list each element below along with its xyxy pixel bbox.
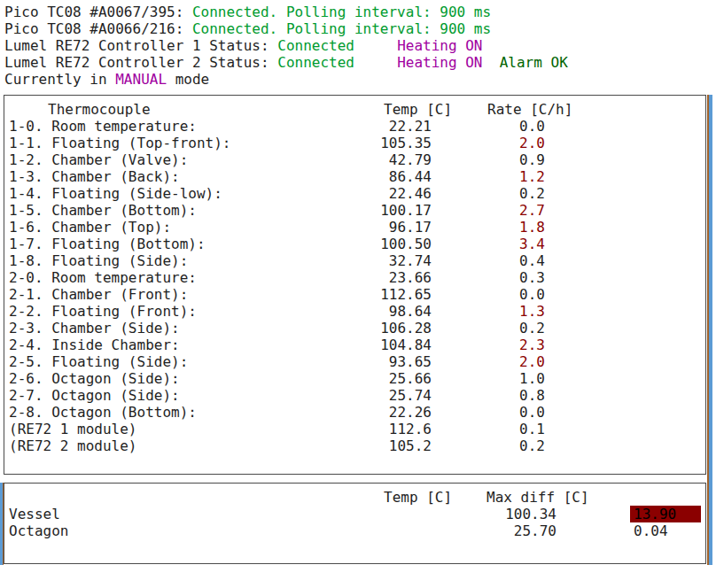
thermocouple-label: 1-7. Floating (Bottom): bbox=[9, 236, 343, 252]
temp-value: 105.35 bbox=[343, 135, 432, 151]
thermocouple-label: 1-0. Room temperature: bbox=[9, 118, 343, 135]
status-line: Pico TC08 #A0066/216: Connected. Polling… bbox=[4, 20, 568, 37]
temp-value: 25.74 bbox=[343, 387, 432, 404]
app-window: { "colors": { "text": "#1f1f1f", "green"… bbox=[0, 0, 716, 588]
summary-panel-focus-edge-orange bbox=[3, 483, 4, 565]
temp-value: 104.84 bbox=[343, 337, 432, 353]
status-segment: Alarm OK bbox=[500, 54, 568, 71]
thermocouple-rows: 1-0. Room temperature:22.210.01-1. Float… bbox=[9, 118, 701, 454]
status-segment: Pico TC08 #A0066/216: bbox=[4, 20, 192, 37]
table-row: 2-8. Octagon (Bottom):22.260.0 bbox=[9, 404, 701, 421]
rate-value: 1.0 bbox=[432, 370, 545, 387]
table-row: 2-1. Chamber (Front):112.650.0 bbox=[9, 286, 701, 303]
table-row: 1-8. Floating (Side):32.740.4 bbox=[9, 252, 701, 269]
temp-value: 96.17 bbox=[343, 219, 432, 236]
rate-value: 1.8 bbox=[432, 219, 545, 236]
thermocouple-label: 1-6. Chamber (Top): bbox=[9, 219, 343, 236]
status-segment: Connected bbox=[277, 37, 354, 54]
status-segment: Heating ON bbox=[397, 54, 482, 71]
thermocouple-label: 2-1. Chamber (Front): bbox=[9, 286, 343, 303]
table-row: 2-5. Floating (Side):93.652.0 bbox=[9, 353, 701, 370]
temp-value: 106.28 bbox=[343, 320, 432, 337]
summary-panel: Temp [C] Max diff [C] Vessel100.3413.90O… bbox=[4, 483, 706, 564]
status-segment: Lumel RE72 Controller 1 Status: bbox=[4, 37, 277, 54]
rate-value: 0.4 bbox=[432, 252, 545, 269]
summary-row: Vessel100.3413.90 bbox=[9, 506, 701, 522]
table-row: 1-7. Floating (Bottom):100.503.4 bbox=[9, 236, 701, 252]
temp-value: 100.50 bbox=[343, 236, 432, 252]
col-header-temp: Temp [C] bbox=[384, 101, 452, 118]
table-row: 1-3. Chamber (Back):86.441.2 bbox=[9, 168, 701, 185]
thermocouple-label: (RE72 1 module) bbox=[9, 421, 343, 437]
temp-value: 105.2 bbox=[343, 437, 432, 454]
thermocouple-label: 2-6. Octagon (Side): bbox=[9, 370, 343, 387]
temp-value: 100.17 bbox=[343, 202, 432, 219]
max-diff-value: 0.04 bbox=[630, 522, 701, 539]
status-segment: Currently in bbox=[4, 71, 115, 88]
summary-header-row: Temp [C] Max diff [C] bbox=[9, 489, 701, 506]
thermocouple-label: (RE72 2 module) bbox=[9, 437, 343, 454]
thermocouple-label: 2-5. Floating (Side): bbox=[9, 353, 343, 370]
summary-rows: Vessel100.3413.90Octagon25.700.04 bbox=[9, 506, 701, 539]
table-row: 1-2. Chamber (Valve):42.790.9 bbox=[9, 151, 701, 168]
table-row: 1-1. Floating (Top-front):105.352.0 bbox=[9, 135, 701, 151]
temp-value: 42.79 bbox=[343, 151, 432, 168]
table-row: 1-0. Room temperature:22.210.0 bbox=[9, 118, 701, 135]
table-row: 1-6. Chamber (Top):96.171.8 bbox=[9, 219, 701, 236]
thermocouple-label: 2-0. Room temperature: bbox=[9, 269, 343, 286]
col-header-summary-temp: Temp [C] bbox=[384, 489, 452, 506]
status-segment: Heating ON bbox=[397, 37, 482, 54]
window-edge-blue-right bbox=[709, 95, 712, 565]
rate-value: 0.2 bbox=[432, 320, 545, 337]
summary-label: Vessel bbox=[9, 506, 468, 522]
table-row: 1-4. Floating (Side-low):22.460.2 bbox=[9, 185, 701, 202]
thermocouple-label: 1-4. Floating (Side-low): bbox=[9, 185, 343, 202]
thermocouple-label: 2-7. Octagon (Side): bbox=[9, 387, 343, 404]
thermocouple-label: 2-8. Octagon (Bottom): bbox=[9, 404, 343, 421]
thermocouple-label: 1-1. Floating (Top-front): bbox=[9, 135, 343, 151]
temp-value: 22.21 bbox=[343, 118, 432, 135]
thermocouple-label: 2-2. Floating (Front): bbox=[9, 303, 343, 320]
status-segment bbox=[354, 54, 397, 71]
temp-value: 86.44 bbox=[343, 168, 432, 185]
status-segment: mode bbox=[167, 71, 209, 88]
summary-temp-value: 25.70 bbox=[468, 522, 556, 539]
table-row: 2-2. Floating (Front):98.641.3 bbox=[9, 303, 701, 320]
thermocouple-label: 1-2. Chamber (Valve): bbox=[9, 151, 343, 168]
temp-value: 112.6 bbox=[343, 421, 432, 437]
status-segment: Connected bbox=[277, 54, 354, 71]
rate-value: 1.3 bbox=[432, 303, 545, 320]
temp-value: 22.46 bbox=[343, 185, 432, 202]
status-segment: Connected. Polling interval: 900 ms bbox=[192, 20, 491, 37]
col-header-maxdiff: Max diff [C] bbox=[486, 489, 589, 506]
rate-value: 0.3 bbox=[432, 269, 545, 286]
rate-value: 0.0 bbox=[432, 118, 545, 135]
temp-value: 25.66 bbox=[343, 370, 432, 387]
rate-value: 1.2 bbox=[432, 168, 545, 185]
status-segment bbox=[354, 37, 397, 54]
rate-value: 0.2 bbox=[432, 185, 545, 202]
table-row: 2-0. Room temperature:23.660.3 bbox=[9, 269, 701, 286]
status-line: Currently in MANUAL mode bbox=[4, 71, 568, 88]
table-row: 2-6. Octagon (Side):25.661.0 bbox=[9, 370, 701, 387]
status-line: Lumel RE72 Controller 1 Status: Connecte… bbox=[4, 37, 568, 54]
col-header-thermocouple: Thermocouple bbox=[48, 101, 151, 118]
status-segment: Lumel RE72 Controller 2 Status: bbox=[4, 54, 277, 71]
thermocouple-label: 2-3. Chamber (Side): bbox=[9, 320, 343, 337]
temp-value: 22.26 bbox=[343, 404, 432, 421]
thermocouple-panel: Thermocouple Temp [C] Rate [C/h] 1-0. Ro… bbox=[4, 95, 706, 475]
temp-value: 32.74 bbox=[343, 252, 432, 269]
rate-value: 2.0 bbox=[432, 353, 545, 370]
rate-value: 3.4 bbox=[432, 236, 545, 252]
rate-value: 0.9 bbox=[432, 151, 545, 168]
table-row: (RE72 1 module)112.60.1 bbox=[9, 421, 701, 437]
status-block: Pico TC08 #A0067/395: Connected. Polling… bbox=[4, 4, 568, 88]
thermocouple-label: 2-4. Inside Chamber: bbox=[9, 337, 343, 353]
thermocouple-header-row: Thermocouple Temp [C] Rate [C/h] bbox=[9, 101, 701, 118]
thermocouple-label: 1-3. Chamber (Back): bbox=[9, 168, 343, 185]
rate-value: 2.7 bbox=[432, 202, 545, 219]
rate-value: 0.0 bbox=[432, 286, 545, 303]
summary-row: Octagon25.700.04 bbox=[9, 522, 701, 539]
rate-value: 0.2 bbox=[432, 437, 545, 454]
temp-value: 93.65 bbox=[343, 353, 432, 370]
